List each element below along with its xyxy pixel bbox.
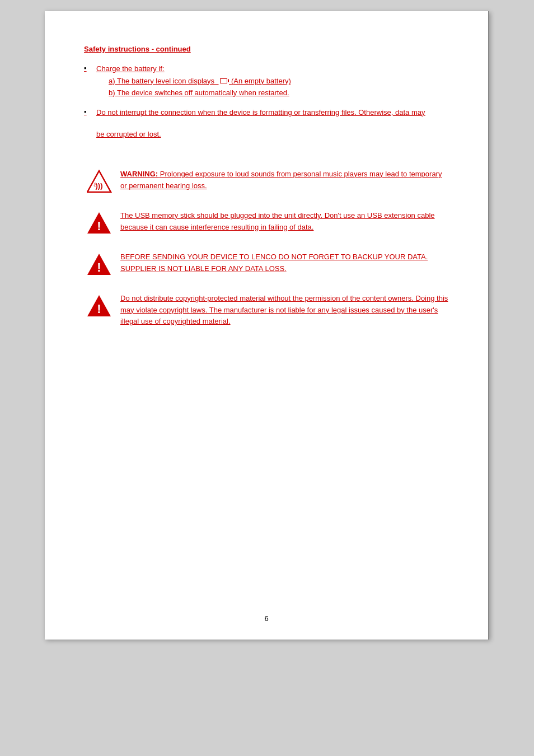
backup-warning-text: BEFORE SENDING YOUR DEVICE TO LENCO DO N… [120,251,449,275]
svg-text:))): ))) [96,181,103,190]
charge-battery-text: Charge the battery if: [96,64,164,73]
svg-text:!: ! [97,302,101,316]
corrupted-or-lost-text: be corrupted or lost. [96,129,449,141]
interrupt-text: Do not interrupt the connection when the… [96,108,425,116]
copyright-warning-text: Do not distribute copyright-protected ma… [120,293,449,328]
battery-icon-symbol [220,78,227,83]
sub-items: a) The battery level icon displays (An e… [109,77,291,97]
sub-item-b: b) The device switches off automatically… [109,88,291,97]
copyright-warning-block: ! Do not distribute copyright-protected … [84,293,449,328]
bullet-item-charge: ▪ Charge the battery if: a) The battery … [84,63,449,100]
svg-text:!: ! [97,260,101,274]
hearing-warning-body: Prolonged exposure to loud sounds from p… [120,170,442,190]
bullet-marker: ▪ [84,64,94,72]
bullet-item-interrupt: ▪ Do not interrupt the connection when t… [84,107,449,118]
sub-a-text-before: a) The battery level icon displays [109,77,218,85]
copyright-warning-icon: ! [87,294,112,318]
usb-warning-text: The USB memory stick should be plugged i… [120,210,449,234]
page-container: Safety instructions - continued ▪ Charge… [45,11,489,640]
backup-warning-icon: ! [87,253,112,276]
section-title: Safety instructions - continued [84,45,449,53]
sub-a-text-after: (An empty battery) [229,77,291,85]
bullet-list: ▪ Charge the battery if: a) The battery … [84,63,449,118]
page-number: 6 [264,614,268,623]
sub-b-text: b) The device switches off automatically… [109,88,289,97]
svg-text:!: ! [97,219,101,233]
hearing-warning-icon: ))) ℰ [87,170,112,193]
hearing-warning-text: WARNING: Prolonged exposure to loud soun… [120,169,449,192]
hearing-warning-block: ))) ℰ WARNING: Prolonged exposure to lou… [84,169,449,193]
usb-icon-area: ! [84,211,115,235]
backup-icon-area: ! [84,253,115,276]
usb-warning-icon: ! [87,211,112,235]
sub-item-a: a) The battery level icon displays (An e… [109,77,291,85]
hearing-icon-area: ))) ℰ [84,170,115,193]
copyright-icon-area: ! [84,294,115,318]
warning-label: WARNING: [120,170,158,178]
backup-warning-block: ! BEFORE SENDING YOUR DEVICE TO LENCO DO… [84,251,449,276]
bullet-marker-2: ▪ [84,108,94,116]
usb-warning-block: ! The USB memory stick should be plugged… [84,210,449,235]
